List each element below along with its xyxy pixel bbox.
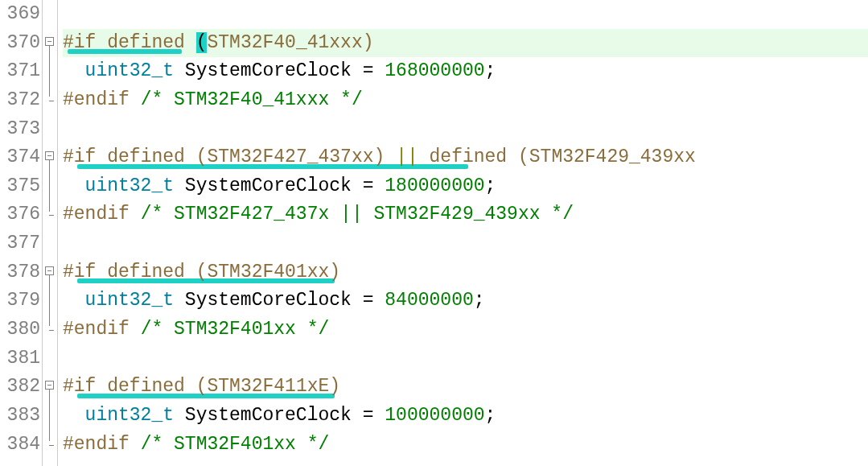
line-number: 373 (0, 115, 40, 144)
code-area[interactable]: #if defined (STM32F40_41xxx) uint32_t Sy… (58, 0, 868, 466)
code-token: #endif (63, 319, 130, 340)
code-token: defined (107, 376, 185, 397)
code-line[interactable]: #endif /* STM32F427_437x || STM32F429_43… (63, 200, 868, 229)
code-token (130, 89, 141, 110)
code-token: = (352, 290, 385, 311)
line-number: 369 (0, 0, 40, 29)
code-token: uint32_t (85, 405, 174, 426)
code-token (63, 233, 74, 254)
code-token (174, 405, 185, 426)
fold-toggle-icon[interactable] (45, 37, 54, 46)
code-token: #endif (63, 204, 130, 225)
code-token: ; (485, 175, 496, 196)
line-number: 371 (0, 57, 40, 86)
code-token: SystemCoreClock (185, 405, 352, 426)
code-line[interactable]: #if defined (STM32F411xE) (63, 373, 868, 402)
code-token (130, 434, 141, 455)
code-token (96, 32, 107, 53)
code-token (63, 348, 74, 369)
code-line[interactable]: uint32_t SystemCoreClock = 84000000; (63, 287, 868, 315)
line-number-gutter: 3693703713723733743753763773783793803813… (0, 0, 43, 466)
code-line[interactable]: uint32_t SystemCoreClock = 100000000; (63, 402, 868, 431)
fold-toggle-icon[interactable] (45, 151, 54, 160)
code-line[interactable]: uint32_t SystemCoreClock = 168000000; (63, 57, 868, 86)
code-token (130, 319, 141, 340)
fold-end-icon (49, 330, 54, 331)
line-number: 374 (0, 143, 40, 172)
line-number: 370 (0, 29, 40, 58)
line-number: 383 (0, 402, 40, 431)
code-token: #if (63, 146, 96, 167)
code-token (63, 60, 85, 81)
code-token: defined (107, 146, 185, 167)
code-token (185, 146, 196, 167)
code-token: = (352, 60, 385, 81)
code-token: /* STM32F427_437x || STM32F429_439xx */ (141, 204, 574, 225)
line-number: 384 (0, 431, 40, 460)
code-token: ; (474, 290, 485, 311)
line-number: 376 (0, 200, 40, 229)
code-token: STM32F40_41xxx) (207, 32, 373, 53)
code-token: 100000000 (385, 405, 484, 426)
code-token: = (352, 405, 385, 426)
fold-toggle-icon[interactable] (45, 381, 54, 390)
code-token: uint32_t (85, 175, 174, 196)
code-token: || (396, 146, 418, 167)
fold-end-icon (49, 445, 54, 446)
code-token (63, 3, 74, 24)
code-token (96, 146, 107, 167)
fold-column[interactable] (43, 0, 58, 466)
code-line[interactable]: #endif /* STM32F40_41xxx */ (63, 86, 868, 115)
fold-end-icon (49, 215, 54, 216)
fold-guide (49, 390, 50, 440)
code-line[interactable] (63, 115, 868, 144)
code-line[interactable]: #endif /* STM32F401xx */ (63, 315, 868, 344)
fold-guide (49, 275, 50, 326)
code-token (185, 32, 196, 53)
code-token (418, 146, 430, 167)
code-token (130, 204, 141, 225)
line-number: 379 (0, 287, 40, 315)
code-line[interactable] (63, 229, 868, 258)
code-token: (STM32F429_439xx (518, 146, 696, 167)
code-line[interactable]: #if defined (STM32F427_437xx) || defined… (63, 143, 868, 172)
code-line[interactable] (63, 344, 868, 373)
code-line[interactable]: #endif /* STM32F401xx */ (63, 431, 868, 460)
code-token (385, 146, 396, 167)
line-number: 382 (0, 373, 40, 402)
code-token: 180000000 (385, 175, 484, 196)
code-token: 168000000 (385, 60, 484, 81)
code-line[interactable] (63, 0, 868, 29)
code-token: (STM32F427_437xx) (196, 146, 385, 167)
code-line[interactable]: #if defined (STM32F401xx) (63, 258, 868, 287)
code-token (63, 290, 85, 311)
code-token (185, 262, 196, 282)
code-token: = (352, 175, 385, 196)
code-editor[interactable]: 3693703713723733743753763773783793803813… (0, 0, 868, 466)
code-token: #endif (63, 89, 130, 110)
code-line[interactable]: uint32_t SystemCoreClock = 180000000; (63, 172, 868, 201)
code-token: ; (485, 60, 496, 81)
code-token (63, 175, 85, 196)
code-line[interactable]: #if defined (STM32F40_41xxx) (63, 29, 868, 58)
code-token: SystemCoreClock (185, 290, 352, 311)
fold-toggle-icon[interactable] (45, 266, 54, 275)
line-number: 381 (0, 344, 40, 373)
fold-guide (49, 46, 50, 97)
code-token: defined (107, 262, 185, 282)
code-token: (STM32F411xE) (196, 376, 340, 397)
code-token (174, 60, 185, 81)
line-number: 372 (0, 86, 40, 115)
line-number: 378 (0, 258, 40, 287)
code-token (174, 290, 185, 311)
code-token: /* STM32F401xx */ (141, 319, 330, 340)
code-token: (STM32F401xx) (196, 262, 340, 282)
code-token (63, 405, 85, 426)
code-token: #if (63, 376, 96, 397)
code-token: uint32_t (85, 290, 174, 311)
code-token: 84000000 (385, 290, 473, 311)
code-token: #if (63, 262, 96, 282)
code-token (185, 376, 196, 397)
code-token (96, 376, 107, 397)
code-token: #if (63, 32, 96, 53)
